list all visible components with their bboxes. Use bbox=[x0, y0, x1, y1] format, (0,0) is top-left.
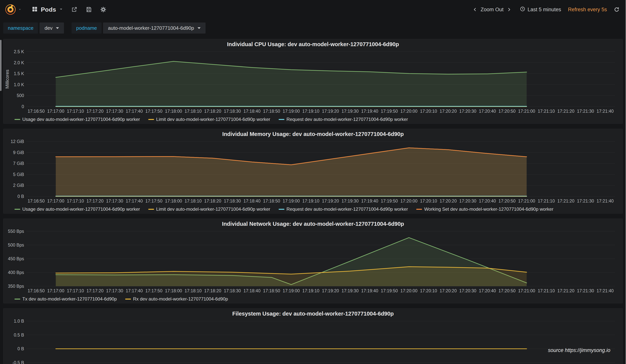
x-tick-label: 17:20:30 bbox=[459, 288, 476, 293]
time-range-picker[interactable]: Last 5 minutes bbox=[519, 6, 562, 13]
legend-item[interactable]: Working Set dev auto-model-worker-127077… bbox=[416, 206, 553, 212]
x-tick-label: 17:18:20 bbox=[204, 199, 221, 203]
x-tick-label: 17:16:50 bbox=[28, 288, 45, 293]
dashboard-picker[interactable]: Pods bbox=[32, 6, 63, 13]
share-button[interactable] bbox=[71, 6, 78, 13]
legend-marker bbox=[279, 119, 284, 120]
time-range-label: Last 5 minutes bbox=[528, 7, 561, 13]
navbar-left: Pods bbox=[4, 3, 107, 16]
top-navbar: Pods bbox=[0, 0, 626, 19]
y-tick-label: 7 GiB bbox=[13, 161, 24, 166]
cpu-usage-chart[interactable]: 05001.0 K1.5 K2.0 K2.5 K17:16:5017:17:00… bbox=[3, 49, 623, 116]
x-tick-label: 17:21:10 bbox=[538, 288, 555, 293]
legend-item[interactable]: Rx dev auto-model-worker-1270771004-6d90… bbox=[125, 296, 228, 302]
legend-marker bbox=[14, 209, 20, 210]
x-tick-label: 17:20:50 bbox=[499, 288, 516, 293]
time-back-button[interactable] bbox=[472, 7, 477, 12]
panel-title[interactable]: Individual Network Usage: dev auto-model… bbox=[3, 219, 623, 228]
x-tick-label: 17:21:20 bbox=[557, 199, 575, 203]
legend-item[interactable]: Usage dev auto-model-worker-1270771004-6… bbox=[14, 206, 140, 212]
x-tick-label: 17:17:10 bbox=[67, 288, 84, 293]
x-tick-label: 17:19:40 bbox=[361, 199, 378, 203]
x-tick-label: 17:20:30 bbox=[459, 109, 476, 114]
grafana-logo[interactable] bbox=[4, 3, 17, 16]
x-tick-label: 17:20:30 bbox=[459, 199, 476, 203]
memory-usage-legend: Usage dev auto-model-worker-1270771004-6… bbox=[3, 205, 623, 213]
x-tick-label: 17:21:20 bbox=[557, 109, 575, 114]
x-tick-label: 17:17:00 bbox=[47, 288, 64, 293]
y-tick-label: -0.5 B bbox=[12, 360, 24, 364]
x-tick-label: 17:20:20 bbox=[439, 109, 457, 114]
time-forward-button[interactable] bbox=[507, 7, 511, 12]
zoom-out-button[interactable]: Zoom Out bbox=[479, 7, 505, 13]
x-tick-label: 17:20:00 bbox=[400, 109, 418, 114]
y-tick-label: 500 bbox=[17, 93, 24, 98]
y-tick-label: 1.5 K bbox=[14, 71, 24, 76]
x-tick-label: 17:20:10 bbox=[420, 288, 437, 293]
legend-item[interactable]: Usage dev auto-model-worker-1270771004-6… bbox=[14, 117, 140, 122]
y-tick-label: 5 GiB bbox=[13, 172, 24, 177]
panel-title[interactable]: Individual Memory Usage: dev auto-model-… bbox=[3, 129, 623, 138]
y-tick-label: 0 bbox=[22, 104, 24, 109]
navbar-right: Zoom Out Last 5 minutes Refresh every 5s bbox=[471, 6, 620, 13]
chevron-down-icon bbox=[197, 27, 200, 29]
x-tick-label: 17:18:10 bbox=[185, 199, 202, 203]
panel-title[interactable]: Individual CPU Usage: dev auto-model-wor… bbox=[3, 39, 623, 49]
legend-marker bbox=[14, 298, 20, 299]
x-tick-label: 17:18:00 bbox=[165, 109, 182, 114]
legend-label: Request dev auto-model-worker-1270771004… bbox=[286, 117, 408, 122]
x-tick-label: 17:18:30 bbox=[224, 109, 241, 114]
x-tick-label: 17:17:30 bbox=[106, 199, 123, 203]
x-tick-label: 17:21:00 bbox=[518, 288, 535, 293]
row-collapse-handle[interactable] bbox=[0, 40, 1, 91]
x-tick-label: 17:21:30 bbox=[577, 199, 594, 203]
x-tick-label: 17:19:10 bbox=[302, 109, 319, 114]
y-tick-label: 0 B bbox=[17, 194, 24, 199]
x-tick-label: 17:20:00 bbox=[400, 288, 418, 293]
x-tick-label: 17:18:50 bbox=[263, 109, 280, 114]
panel-title[interactable]: Filesystem Usage: dev auto-model-worker-… bbox=[3, 308, 623, 318]
grafana-dashboard: Pods bbox=[0, 0, 626, 364]
variable-label-podname: podname bbox=[72, 23, 101, 33]
dashboards-grid-icon bbox=[32, 6, 38, 13]
save-button[interactable] bbox=[85, 6, 92, 13]
variable-value-podname[interactable]: auto-model-worker-1270771004-6d90p bbox=[103, 23, 205, 33]
x-tick-label: 17:18:10 bbox=[185, 288, 202, 293]
legend-item[interactable]: Limit dev auto-model-worker-1270771004-6… bbox=[148, 206, 270, 212]
x-tick-label: 17:17:20 bbox=[86, 199, 104, 203]
settings-button[interactable] bbox=[100, 6, 107, 13]
chart-svg: 1.0 B0.5 B0 B-0.5 B17:16:5017:17:0017:17… bbox=[3, 318, 623, 364]
y-tick-label: 9 GiB bbox=[13, 150, 24, 155]
x-tick-label: 17:17:10 bbox=[67, 199, 84, 203]
y-tick-label: 450 Bps bbox=[8, 256, 24, 261]
x-tick-label: 17:17:20 bbox=[86, 288, 104, 293]
x-tick-label: 17:20:10 bbox=[420, 109, 437, 114]
legend-item[interactable]: Request dev auto-model-worker-1270771004… bbox=[279, 206, 408, 212]
y-tick-label: 1.0 B bbox=[14, 319, 24, 324]
chevron-down-icon bbox=[56, 27, 59, 29]
x-tick-label: 17:19:50 bbox=[381, 288, 398, 293]
variable-value-namespace[interactable]: dev bbox=[39, 23, 64, 33]
x-tick-label: 17:20:50 bbox=[499, 199, 516, 203]
menu-caret-icon[interactable] bbox=[18, 8, 22, 11]
x-tick-label: 17:21:10 bbox=[538, 199, 555, 203]
legend-label: Rx dev auto-model-worker-1270771004-6d90… bbox=[133, 296, 228, 302]
variable-namespace-selected: dev bbox=[44, 25, 52, 31]
legend-marker bbox=[279, 209, 284, 210]
legend-item[interactable]: Request dev auto-model-worker-1270771004… bbox=[279, 117, 408, 122]
x-tick-label: 17:18:30 bbox=[224, 199, 241, 203]
memory-usage-chart[interactable]: 0 B2 GiB5 GiB7 GiB9 GiB12 GiB17:16:5017:… bbox=[3, 138, 623, 205]
refresh-interval-button[interactable]: Refresh every 5s bbox=[567, 6, 608, 13]
x-tick-label: 17:18:50 bbox=[263, 288, 280, 293]
legend-item[interactable]: Limit dev auto-model-worker-1270771004-6… bbox=[148, 117, 270, 122]
x-tick-label: 17:19:30 bbox=[341, 288, 359, 293]
refresh-button[interactable] bbox=[614, 7, 620, 12]
legend-label: Limit dev auto-model-worker-1270771004-6… bbox=[156, 117, 270, 122]
legend-item[interactable]: Tx dev auto-model-worker-1270771004-6d90… bbox=[14, 296, 117, 302]
x-tick-label: 17:20:00 bbox=[400, 199, 418, 203]
x-tick-label: 17:17:40 bbox=[126, 199, 143, 203]
network-usage-chart[interactable]: 350 Bps400 Bps450 Bps500 Bps550 Bps17:16… bbox=[3, 228, 623, 295]
x-tick-label: 17:21:40 bbox=[597, 109, 614, 114]
filesystem-usage-chart[interactable]: 1.0 B0.5 B0 B-0.5 B17:16:5017:17:0017:17… bbox=[3, 318, 623, 364]
series-fill bbox=[56, 61, 527, 107]
